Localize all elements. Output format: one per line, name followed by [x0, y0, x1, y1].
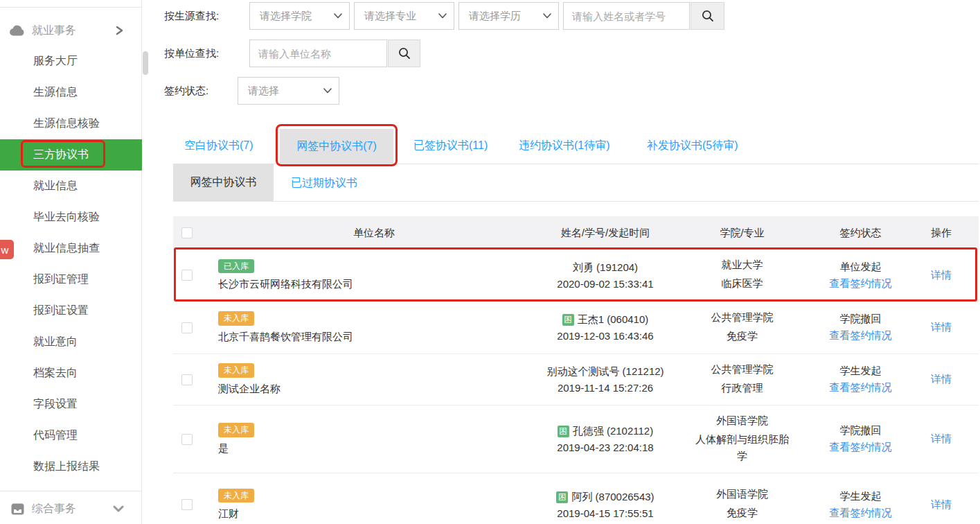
- tab-signed-agreements[interactable]: 已签协议书(11): [413, 127, 488, 164]
- search-icon: [398, 47, 411, 60]
- sidebar: 就业事务 服务大厅 生源信息 生源信息核验 三方协议书 就业信息 毕业去向核验 …: [0, 0, 142, 524]
- row-checkbox[interactable]: [181, 322, 193, 333]
- initiate-time: 2019-04-15 17:55:51: [557, 507, 653, 519]
- view-sign-status-link[interactable]: 查看签约情况: [830, 507, 892, 520]
- source-search-button[interactable]: [691, 2, 724, 30]
- student-name-input[interactable]: [563, 2, 690, 30]
- search-icon: [702, 10, 714, 22]
- sidebar-item-employment-intention[interactable]: 就业意向: [0, 326, 142, 358]
- sidebar-section-general[interactable]: 综合事务: [0, 494, 142, 524]
- sidebar-item-registration-card-settings[interactable]: 报到证设置: [0, 295, 142, 326]
- stored-status-badge: 未入库: [218, 423, 254, 437]
- sidebar-item-registration-card-manage[interactable]: 报到证管理: [0, 264, 142, 295]
- sidebar-item-code-manage[interactable]: 代码管理: [0, 420, 142, 451]
- sidebar-item-service-hall[interactable]: 服务大厅: [0, 46, 142, 77]
- initiate-time: 2020-09-02 15:33:41: [557, 278, 653, 290]
- sidebar-scrollbar-thumb[interactable]: [143, 51, 148, 75]
- cloud-icon: [8, 25, 26, 36]
- student-name-id: 孔德强 (2102112): [573, 425, 653, 438]
- sign-status: 学院撤回: [840, 424, 882, 437]
- college: 公共管理学院: [711, 363, 774, 376]
- student-name-id: 王杰1 (060410): [578, 313, 649, 326]
- sign-status: 学生发起: [840, 490, 882, 503]
- sidebar-section-label: 就业事务: [32, 24, 116, 38]
- row-checkbox[interactable]: [181, 434, 193, 445]
- sidebar-bottom-divider: [0, 491, 142, 491]
- table-row: 未入库 是 困孔德强 (2102112) 2019-04-23 22:04:18…: [173, 405, 979, 473]
- view-sign-status-link[interactable]: 查看签约情况: [830, 329, 892, 342]
- major: 人体解剖与组织胚胎学: [694, 431, 791, 464]
- major-select-value: 请选择专业: [364, 10, 416, 23]
- degree-select-value: 请选择学历: [469, 10, 521, 23]
- subtab-online-signing[interactable]: 网签中协议书: [173, 164, 274, 201]
- company-name: 江财: [218, 507, 239, 521]
- sidebar-item-source-info[interactable]: 生源信息: [0, 77, 142, 108]
- chevron-down-icon: [334, 13, 342, 19]
- company-search-button[interactable]: [388, 40, 420, 67]
- detail-link[interactable]: 详情: [904, 321, 979, 334]
- college-select-value: 请选择学院: [260, 10, 312, 23]
- sidebar-item-tripartite-agreement[interactable]: 三方协议书: [0, 139, 142, 171]
- major-select[interactable]: 请选择专业: [354, 2, 454, 30]
- subtab-expired[interactable]: 已过期协议书: [291, 164, 357, 201]
- view-sign-status-link[interactable]: 查看签约情况: [830, 381, 892, 394]
- col-header-company: 单位名称: [204, 227, 544, 240]
- sidebar-menu: 服务大厅 生源信息 生源信息核验 三方协议书 就业信息 毕业去向核验 就业信息抽…: [0, 46, 142, 482]
- poverty-tag: 困: [556, 491, 568, 503]
- subtabs-divider: [173, 201, 979, 202]
- col-header-action: 操作: [904, 227, 979, 240]
- filter-status-label: 签约状态:: [164, 77, 208, 105]
- view-sign-status-link[interactable]: 查看签约情况: [830, 277, 892, 290]
- chevron-down-icon: [543, 13, 551, 19]
- chevron-right-icon: [116, 25, 124, 36]
- sidebar-item-employment-info[interactable]: 就业信息: [0, 171, 142, 202]
- sidebar-section-employment[interactable]: 就业事务: [0, 15, 142, 46]
- row-checkbox[interactable]: [181, 499, 193, 510]
- college: 外国语学院: [716, 488, 768, 501]
- sidebar-item-data-report-result[interactable]: 数据上报结果: [0, 451, 142, 482]
- table-row: 未入库 测试企业名称 别动这个测试号 (121212) 2019-11-14 1…: [173, 354, 979, 405]
- row-checkbox[interactable]: [181, 374, 193, 385]
- chevron-down-icon: [113, 505, 124, 513]
- degree-select[interactable]: 请选择学历: [458, 2, 559, 30]
- filter-source-label: 按生源查找:: [164, 2, 219, 30]
- detail-link[interactable]: 详情: [904, 433, 979, 446]
- major: 临床医学: [722, 275, 763, 291]
- sidebar-item-source-verify[interactable]: 生源信息核验: [0, 108, 142, 139]
- initiate-time: 2019-04-23 22:04:18: [557, 442, 653, 453]
- select-all-checkbox[interactable]: [181, 227, 193, 238]
- col-header-name-time: 姓名/学号/发起时间: [544, 227, 667, 240]
- college: 外国语学院: [716, 414, 768, 428]
- initiate-time: 2019-11-14 15:27:26: [558, 382, 653, 394]
- detail-link[interactable]: 详情: [904, 373, 979, 386]
- company-name: 长沙市云研网络科技有限公司: [218, 278, 353, 291]
- detail-link[interactable]: 详情: [904, 269, 979, 282]
- table-header-row: 单位名称 姓名/学号/发起时间 学院/专业 签约状态 操作: [173, 216, 979, 250]
- major: 免疫学: [727, 505, 758, 521]
- view-sign-status-link[interactable]: 查看签约情况: [830, 441, 892, 454]
- sidebar-item-field-settings[interactable]: 字段设置: [0, 389, 142, 420]
- company-name-input[interactable]: [249, 40, 387, 67]
- tab-breach-agreements[interactable]: 违约协议书(1待审): [519, 127, 610, 164]
- tab-reissue-agreements[interactable]: 补发协议书(5待审): [647, 127, 738, 164]
- sidebar-item-archive-destination[interactable]: 档案去向: [0, 358, 142, 389]
- filter-company-label: 按单位查找:: [164, 40, 219, 67]
- col-header-sign-status: 签约状态: [817, 227, 904, 240]
- table-row: 未入库 江财 困阿列 (870026543) 2019-04-15 17:55:…: [173, 473, 979, 524]
- college: 公共管理学院: [711, 311, 774, 324]
- tab-blank-agreements[interactable]: 空白协议书(7): [184, 127, 253, 164]
- sign-status: 单位发起: [840, 261, 882, 274]
- detail-link[interactable]: 详情: [904, 498, 979, 512]
- student-name-id: 别动这个测试号 (121212): [546, 365, 663, 378]
- sidebar-item-graduation-destination-verify[interactable]: 毕业去向核验: [0, 202, 142, 233]
- sign-status: 学院撤回: [840, 313, 882, 326]
- row-checkbox[interactable]: [181, 270, 193, 281]
- company-name: 测试企业名称: [218, 383, 280, 396]
- poverty-tag: 困: [558, 426, 569, 437]
- tab-online-signing-agreements[interactable]: 网签中协议书(7): [280, 129, 393, 164]
- sign-status-select[interactable]: 请选择: [238, 77, 339, 105]
- company-name: 北京千喜鹊餐饮管理有限公司: [218, 331, 353, 344]
- sidebar-item-employment-spot-check[interactable]: 就业信息抽查: [0, 233, 142, 264]
- app-screen: 就业事务 服务大厅 生源信息 生源信息核验 三方协议书 就业信息 毕业去向核验 …: [0, 0, 980, 524]
- college-select[interactable]: 请选择学院: [249, 2, 350, 30]
